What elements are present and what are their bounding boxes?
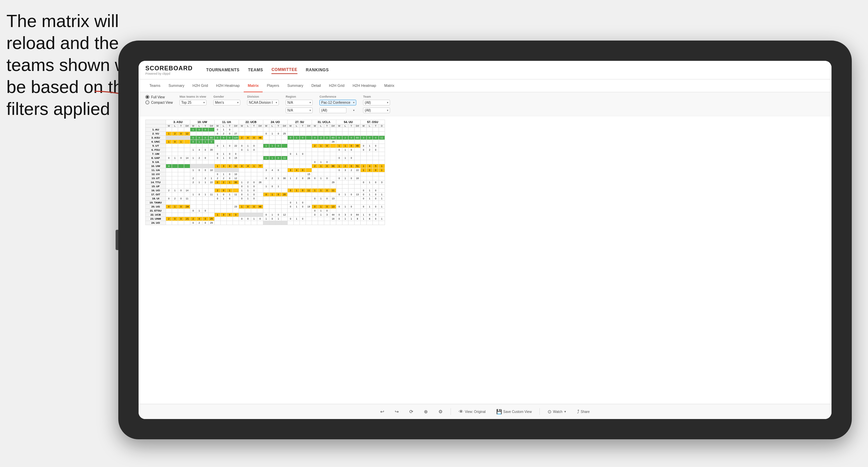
matrix-cell: [239, 221, 245, 225]
matrix-cell: [245, 160, 251, 164]
nav-committee[interactable]: COMMITTEE: [271, 66, 297, 74]
subtab-h2h-heatmap2[interactable]: H2H Heatmap: [348, 79, 380, 92]
team-select2[interactable]: (All): [363, 107, 390, 113]
matrix-cell: [227, 185, 233, 189]
subtab-matrix[interactable]: Matrix: [244, 79, 263, 92]
radio-compact-view[interactable]: Compact View: [145, 100, 173, 104]
matrix-cell: [239, 132, 245, 136]
subtab-players[interactable]: Players: [263, 79, 283, 92]
share-btn[interactable]: ⤴ Share: [574, 408, 593, 416]
matrix-cell: [196, 160, 202, 164]
team-select[interactable]: (All): [363, 100, 390, 105]
max-teams-select-wrapper: Top 25: [179, 99, 207, 105]
matrix-cell: [257, 156, 263, 160]
matrix-cell: 1: [215, 213, 221, 217]
toolbar-sep2: [539, 408, 540, 415]
zoom-btn[interactable]: ⊕: [421, 408, 431, 416]
refresh-btn[interactable]: ⟳: [407, 408, 416, 416]
redo-btn[interactable]: ↪: [392, 408, 402, 416]
conference-select[interactable]: Pac-12 Conference: [319, 100, 356, 105]
eye-icon: 👁: [459, 409, 463, 414]
matrix-cell: 1: [251, 164, 257, 168]
nav-rankings[interactable]: RANKINGS: [306, 66, 329, 74]
matrix-cell: 0: [196, 128, 202, 132]
division-select[interactable]: NCAA Division I: [247, 100, 279, 105]
region-select[interactable]: N/A: [286, 100, 313, 105]
matrix-cell: [324, 221, 330, 225]
matrix-cell: [288, 128, 294, 132]
subtab-summary2[interactable]: Summary: [283, 79, 307, 92]
matrix-cell: [294, 213, 300, 217]
subtab-summary[interactable]: Summary: [164, 79, 188, 92]
max-teams-select[interactable]: Top 25: [179, 100, 207, 105]
matrix-cell: [263, 148, 269, 152]
settings-btn[interactable]: ⚙: [436, 408, 445, 416]
matrix-cell: 0: [373, 197, 379, 201]
subtab-h2h-heatmap[interactable]: H2H Heatmap: [212, 79, 244, 92]
matrix-cell: [251, 221, 257, 225]
matrix-cell: 11: [184, 197, 190, 201]
matrix-cell: [275, 128, 282, 132]
matrix-cell: [209, 164, 215, 168]
radio-full-view[interactable]: Full View: [145, 95, 173, 99]
matrix-cell: [202, 164, 209, 168]
matrix-cell: [221, 217, 227, 221]
conference-select2[interactable]: (All): [319, 107, 346, 113]
row-label: 11. UA: [146, 168, 166, 172]
matrix-cell: 5: [373, 164, 379, 168]
table-row: 16. UO210142011100101111011010: [146, 189, 385, 193]
h-ucb-w: W: [239, 124, 245, 128]
matrix-cell: 0: [245, 136, 251, 140]
matrix-cell: 0: [251, 205, 257, 209]
matrix-cell: 2: [342, 164, 348, 168]
matrix-cell: 22: [209, 180, 215, 185]
nav-tournaments[interactable]: TOURNAMENTS: [206, 66, 240, 74]
matrix-cell: 1: [172, 156, 178, 160]
matrix-cell: [221, 185, 227, 189]
matrix-cell: [209, 197, 215, 201]
matrix-cell: [184, 164, 190, 168]
save-custom-btn[interactable]: 💾 Save Custom View: [493, 408, 534, 416]
h-osu-w: W: [361, 124, 367, 128]
matrix-cell: [275, 189, 282, 193]
subtab-matrix2[interactable]: Matrix: [380, 79, 399, 92]
matrix-cell: [227, 148, 233, 152]
matrix-cell: [282, 136, 288, 140]
matrix-cell: [215, 221, 221, 225]
region-select2[interactable]: N/A: [286, 107, 313, 113]
subtab-detail[interactable]: Detail: [307, 79, 325, 92]
matrix-cell: [269, 209, 275, 213]
matrix-cell: [306, 136, 312, 140]
view-original-btn[interactable]: 👁 View: Original: [456, 408, 488, 416]
subtab-teams[interactable]: Teams: [145, 79, 164, 92]
matrix-cell: 0: [348, 164, 355, 168]
nav-teams[interactable]: TEAMS: [248, 66, 263, 74]
matrix-cell: [227, 217, 233, 221]
matrix-cell: [355, 128, 361, 132]
subtab-h2h-grid[interactable]: H2H Grid: [188, 79, 212, 92]
watch-btn[interactable]: ⊙ Watch ▼: [545, 408, 569, 416]
matrix-cell: 1: [275, 217, 282, 221]
matrix-cell: 2: [172, 132, 178, 136]
matrix-cell: 1: [275, 185, 282, 189]
matrix-cell: [233, 160, 239, 164]
matrix-cell: [184, 193, 190, 197]
matrix-cell: [190, 197, 196, 201]
matrix-cell: [172, 136, 178, 140]
matrix-cell: [367, 160, 373, 164]
subtab-h2h-grid2[interactable]: H2H Grid: [325, 79, 348, 92]
matrix-cell: 0: [373, 136, 379, 140]
matrix-cell: [263, 180, 269, 185]
matrix-cell: 0: [227, 213, 233, 217]
matrix-cell: [269, 172, 275, 176]
gender-select[interactable]: Men's: [213, 100, 240, 105]
matrix-cell: 0: [215, 156, 221, 160]
matrix-cell: 0: [312, 205, 318, 209]
matrix-cell: 1: [178, 140, 184, 144]
matrix-cell: 0: [348, 213, 355, 217]
matrix-cell: 0: [336, 176, 342, 180]
undo-btn[interactable]: ↩: [378, 408, 387, 416]
share-label: Share: [581, 410, 590, 414]
matrix-cell: 0: [166, 205, 172, 209]
matrix-cell: [312, 132, 318, 136]
